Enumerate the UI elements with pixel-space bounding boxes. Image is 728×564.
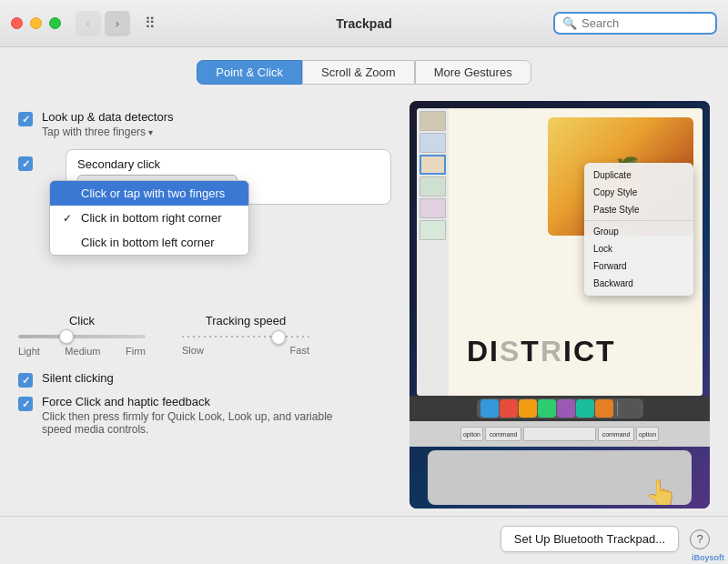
bottom-checks: Silent clicking Force Click and haptic f… (18, 371, 391, 436)
force-click-text: Force Click and haptic feedback Click th… (42, 395, 333, 436)
dock-icon-4[interactable] (538, 399, 556, 418)
lookup-chevron-icon: ▾ (148, 127, 153, 137)
context-menu: Duplicate Copy Style Paste Style Group L… (584, 163, 693, 296)
key-command-left[interactable]: command (485, 427, 521, 441)
dock-icon-7[interactable] (595, 399, 613, 418)
force-click-checkbox[interactable] (18, 397, 33, 411)
tracking-max-label: Fast (290, 345, 309, 356)
click-slider-group: Click Light Medium Firm (18, 314, 146, 357)
dock-icon-5[interactable] (557, 399, 575, 418)
click-mid-label: Medium (65, 346, 100, 357)
dock-icon-trash[interactable] (622, 399, 640, 418)
help-button[interactable]: ? (690, 529, 710, 549)
key-space[interactable] (523, 427, 596, 441)
thumb-4 (420, 176, 446, 196)
secondary-click-checkbox[interactable] (18, 156, 33, 171)
lookup-title: Look up & data detectors (42, 110, 174, 124)
context-divider (584, 220, 693, 221)
context-item-duplicate[interactable]: Duplicate (584, 166, 693, 184)
bottom-bar: Set Up Bluetooth Trackpad... ? (0, 516, 728, 561)
sliders-section: Click Light Medium Firm Tracking speed S… (18, 305, 391, 366)
tracking-slider-track[interactable] (182, 336, 309, 337)
context-item-group[interactable]: Group (584, 223, 693, 240)
silent-clicking-checkbox[interactable] (18, 373, 33, 388)
lookup-checkbox[interactable] (18, 112, 33, 126)
district-text: DISTRICT (467, 335, 616, 368)
forward-button[interactable]: › (105, 11, 130, 36)
secondary-click-wrapper: Secondary click Click in bottom right co… (18, 147, 391, 212)
click-slider-label: Click (69, 314, 95, 327)
dropdown-item-bottom-right[interactable]: ✓ Click in bottom right corner (50, 206, 248, 230)
content-area: Look up & data detectors Tap with three … (0, 94, 728, 516)
function-key-row: option command command option (415, 427, 704, 441)
context-item-backward[interactable]: Backward (584, 275, 693, 292)
click-slider-thumb[interactable] (59, 329, 74, 344)
lookup-info: Look up & data detectors Tap with three … (42, 110, 174, 138)
search-icon: 🔍 (562, 16, 577, 30)
secondary-click-title: Secondary click (77, 157, 379, 171)
silent-clicking-title: Silent clicking (42, 371, 114, 385)
click-slider-track[interactable] (18, 335, 146, 338)
slide-thumbnails (417, 108, 449, 396)
titlebar: ‹ › ⠿ Trackpad 🔍 (0, 0, 728, 47)
force-click-title: Force Click and haptic feedback (42, 395, 333, 408)
click-min-label: Light (18, 346, 40, 357)
dock-icon-3[interactable] (519, 399, 537, 418)
tracking-slider-label: Tracking speed (206, 314, 286, 327)
tracking-slider-thumb[interactable] (271, 330, 286, 345)
thumb-3 (420, 155, 446, 175)
macbook-preview-panel: 🍊 DISTRICT Duplicate Copy Style Paste St… (410, 101, 710, 509)
force-click-row: Force Click and haptic feedback Click th… (18, 395, 391, 436)
maximize-button[interactable] (49, 17, 61, 29)
context-item-lock[interactable]: Lock (584, 240, 693, 257)
click-max-label: Firm (126, 346, 146, 357)
tracking-slider-labels: Slow Fast (182, 345, 309, 356)
trackpad-area[interactable]: 👆 (428, 450, 692, 505)
tab-scroll-zoom[interactable]: Scroll & Zoom (302, 60, 415, 85)
thumb-6 (420, 220, 446, 240)
dock-icon-1[interactable] (480, 399, 499, 418)
watermark: iBoysoft (692, 553, 724, 562)
thumb-1 (420, 111, 446, 131)
thumb-2 (420, 133, 446, 153)
dock-divider (617, 401, 618, 416)
grid-button[interactable]: ⠿ (137, 11, 163, 36)
context-item-forward[interactable]: Forward (584, 257, 693, 275)
dock-icon-6[interactable] (576, 399, 594, 418)
minimize-button[interactable] (30, 17, 42, 29)
keyboard-area: option command command option (410, 421, 710, 447)
tabs-container: Point & Click Scroll & Zoom More Gesture… (0, 47, 728, 94)
back-button[interactable]: ‹ (76, 11, 101, 36)
search-bar: 🔍 (553, 12, 717, 35)
presentation-layout: 🍊 DISTRICT Duplicate Copy Style Paste St… (417, 108, 703, 396)
tracking-min-label: Slow (182, 345, 204, 356)
slide-area: 🍊 DISTRICT Duplicate Copy Style Paste St… (417, 108, 703, 396)
tracking-slider-group: Tracking speed Slow Fast (182, 314, 309, 357)
dock-icon-2[interactable] (500, 399, 518, 418)
checkmark-icon: ✓ (63, 212, 76, 225)
tab-point-click[interactable]: Point & Click (197, 60, 302, 85)
window-title: Trackpad (336, 16, 391, 31)
bluetooth-trackpad-button[interactable]: Set Up Bluetooth Trackpad... (500, 526, 679, 552)
silent-clicking-row: Silent clicking (18, 371, 391, 388)
force-click-desc: Click then press firmly for Quick Look, … (42, 410, 333, 436)
dropdown-item-bottom-left[interactable]: Click in bottom left corner (50, 230, 248, 255)
key-command-right[interactable]: command (598, 427, 634, 441)
tab-more-gestures[interactable]: More Gestures (415, 60, 531, 85)
search-input[interactable] (581, 16, 708, 30)
nav-buttons: ‹ › (76, 11, 130, 36)
secondary-click-container: Secondary click Click in bottom right co… (42, 147, 391, 212)
main-slide: 🍊 DISTRICT Duplicate Copy Style Paste St… (449, 108, 703, 396)
dock-area (410, 396, 710, 421)
macbook-image: 🍊 DISTRICT Duplicate Copy Style Paste St… (410, 101, 710, 509)
key-option-right[interactable]: option (636, 427, 659, 441)
click-slider-labels: Light Medium Firm (18, 346, 146, 357)
close-button[interactable] (11, 17, 23, 29)
context-item-paste-style[interactable]: Paste Style (584, 201, 693, 218)
lookup-subtitle[interactable]: Tap with three fingers ▾ (42, 126, 174, 138)
left-panel: Look up & data detectors Tap with three … (18, 101, 391, 509)
dropdown-item-two-fingers[interactable]: Click or tap with two fingers (50, 181, 248, 206)
thumb-5 (420, 198, 446, 218)
key-option-left[interactable]: option (460, 427, 483, 441)
context-item-copy-style[interactable]: Copy Style (584, 184, 693, 201)
